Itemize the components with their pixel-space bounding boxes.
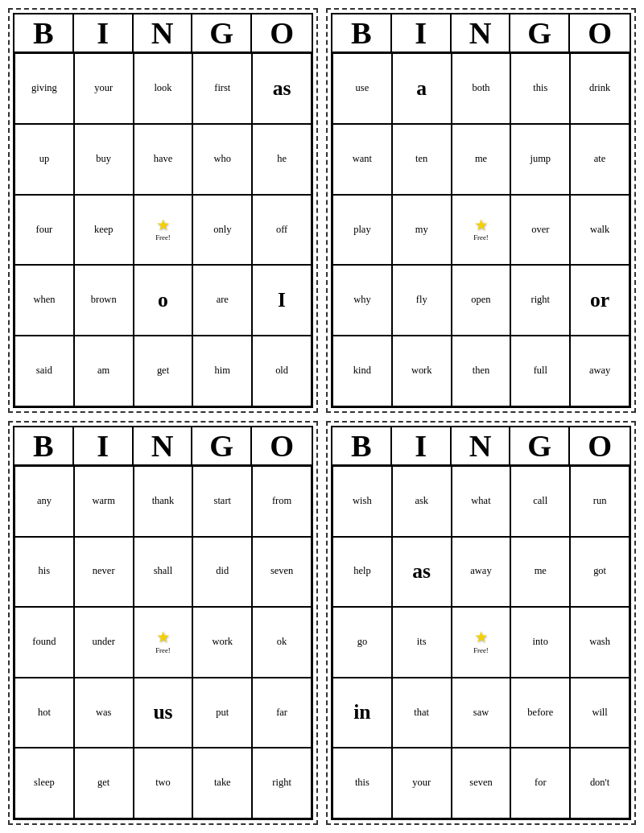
bingo-header: BINGO <box>331 13 631 52</box>
bingo-cell[interactable]: ★Free! <box>452 607 511 678</box>
bingo-cell: ate <box>570 124 630 195</box>
bingo-cell[interactable]: ★Free! <box>452 195 511 266</box>
bingo-cell: its <box>392 607 452 678</box>
bingo-cell: get <box>134 336 193 406</box>
bingo-cell: your <box>392 748 452 819</box>
bingo-cell: us <box>134 678 193 748</box>
bingo-cell: any <box>14 466 74 537</box>
bingo-header-letter: O <box>252 14 312 52</box>
bingo-cell: warm <box>74 466 134 537</box>
bingo-cell: four <box>14 195 74 266</box>
bingo-cell: my <box>392 195 452 266</box>
bingo-cell: for <box>510 748 570 819</box>
bingo-cell: him <box>192 336 252 406</box>
bingo-cell: as <box>252 53 312 124</box>
bingo-header-letter: B <box>332 14 392 52</box>
bingo-header-letter: N <box>134 14 193 52</box>
bingo-cell: buy <box>74 124 134 195</box>
bingo-card-4: BINGOwishaskwhatcallrunhelpasawaymegotgo… <box>326 421 636 826</box>
bingo-cell: me <box>452 124 511 195</box>
bingo-cell: was <box>74 678 134 748</box>
bingo-cell: both <box>452 53 511 124</box>
bingo-header-letter: I <box>74 427 134 464</box>
bingo-cell: why <box>332 265 392 336</box>
bingo-cell: right <box>510 265 570 336</box>
bingo-cell: off <box>252 195 312 266</box>
bingo-header-letter: I <box>74 14 134 52</box>
bingo-cell: away <box>570 336 630 406</box>
bingo-header-letter: B <box>14 427 74 464</box>
bingo-cell: what <box>452 466 511 537</box>
free-star-icon: ★ <box>156 629 170 646</box>
bingo-cell: ten <box>392 124 452 195</box>
free-star-icon: ★ <box>156 217 170 234</box>
bingo-cell[interactable]: ★Free! <box>134 195 193 266</box>
bingo-cell: get <box>74 748 134 819</box>
bingo-cell: help <box>332 537 392 608</box>
bingo-cell: ok <box>252 607 312 678</box>
bingo-cell: shall <box>134 537 193 608</box>
bingo-cell: that <box>392 678 452 748</box>
bingo-card-2: BINGOuseaboththisdrinkwanttenmejumpatepl… <box>326 8 636 413</box>
bingo-cell: wash <box>570 607 630 678</box>
bingo-header-letter: N <box>134 427 193 464</box>
bingo-cell: only <box>192 195 252 266</box>
bingo-cell: want <box>332 124 392 195</box>
bingo-cell: his <box>14 537 74 608</box>
bingo-header-letter: G <box>192 14 252 52</box>
bingo-cell: your <box>74 53 134 124</box>
bingo-cell: call <box>510 466 570 537</box>
bingo-header-letter: B <box>14 14 74 52</box>
bingo-cell: wish <box>332 466 392 537</box>
bingo-cell: go <box>332 607 392 678</box>
bingo-cell: giving <box>14 53 74 124</box>
bingo-cell: have <box>134 124 193 195</box>
bingo-cell: did <box>192 537 252 608</box>
bingo-grid: givingyourlookfirstasupbuyhavewhohefourk… <box>13 52 313 407</box>
bingo-cell: from <box>252 466 312 537</box>
bingo-cell: this <box>332 748 392 819</box>
bingo-cell: right <box>252 748 312 819</box>
bingo-header-letter: G <box>192 427 252 464</box>
bingo-cell: put <box>192 678 252 748</box>
bingo-cell: fly <box>392 265 452 336</box>
bingo-cell: over <box>510 195 570 266</box>
free-label: Free! <box>155 234 171 242</box>
bingo-cell: hot <box>14 678 74 748</box>
bingo-header: BINGO <box>13 13 313 52</box>
bingo-header: BINGO <box>331 426 631 464</box>
bingo-cell: play <box>332 195 392 266</box>
bingo-cell: jump <box>510 124 570 195</box>
bingo-cell: in <box>332 678 392 748</box>
bingo-cell: ask <box>392 466 452 537</box>
bingo-cell: up <box>14 124 74 195</box>
bingo-header-letter: O <box>252 427 312 464</box>
bingo-cell: I <box>252 265 312 336</box>
bingo-cell: keep <box>74 195 134 266</box>
bingo-cell: who <box>192 124 252 195</box>
bingo-cell[interactable]: ★Free! <box>134 607 193 678</box>
free-label: Free! <box>473 647 489 655</box>
bingo-cell: kind <box>332 336 392 406</box>
bingo-cell: thank <box>134 466 193 537</box>
bingo-cell: into <box>510 607 570 678</box>
bingo-cell: drink <box>570 53 630 124</box>
bingo-grid: useaboththisdrinkwanttenmejumpateplaymy★… <box>331 52 631 407</box>
bingo-cell: are <box>192 265 252 336</box>
free-label: Free! <box>473 234 489 242</box>
bingo-header-letter: I <box>392 427 452 464</box>
bingo-card-1: BINGOgivingyourlookfirstasupbuyhavewhohe… <box>8 8 318 413</box>
free-star-icon: ★ <box>474 217 488 234</box>
bingo-cell: look <box>134 53 193 124</box>
bingo-cell: old <box>252 336 312 406</box>
bingo-cell: walk <box>570 195 630 266</box>
bingo-grid: anywarmthankstartfromhisnevershalldidsev… <box>13 464 313 820</box>
free-label: Free! <box>155 647 171 655</box>
bingo-cell: far <box>252 678 312 748</box>
bingo-cell: saw <box>452 678 511 748</box>
bingo-cell: a <box>392 53 452 124</box>
bingo-grid: wishaskwhatcallrunhelpasawaymegotgoits★F… <box>331 464 631 820</box>
bingo-cell: me <box>510 537 570 608</box>
bingo-cell: then <box>452 336 511 406</box>
bingo-cell: or <box>570 265 630 336</box>
